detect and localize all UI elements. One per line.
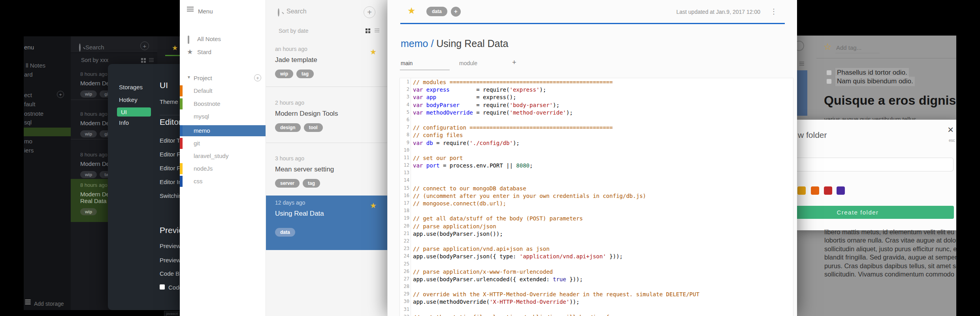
list-view-icon[interactable] bbox=[375, 28, 379, 33]
color-swatch[interactable] bbox=[837, 186, 845, 195]
sidebar-item-all-notes[interactable]: All Notes bbox=[197, 36, 221, 42]
folder-item-nodejs[interactable]: nodeJs bbox=[180, 163, 266, 174]
code-token: // config files bbox=[413, 132, 463, 138]
checkbox[interactable] bbox=[160, 284, 165, 290]
sort-control[interactable]: Sort by xxx bbox=[81, 57, 108, 63]
settings-nav-item-storages[interactable]: Storages bbox=[119, 84, 143, 90]
code-line: 27app.use(bodyParser.urlencoded({ extend… bbox=[400, 275, 793, 283]
code-line: 24app.use(bodyParser.json({ type: 'appli… bbox=[400, 252, 793, 260]
note-star-button[interactable]: ★ bbox=[407, 6, 416, 16]
code-line: 15// connect to our mongoDB database bbox=[400, 184, 793, 192]
code-token: port bbox=[426, 162, 440, 169]
paragraph-line: sollicitudin aliquet, justo purus effici… bbox=[824, 245, 956, 253]
breadcrumb-folder[interactable]: memo bbox=[401, 38, 428, 49]
folder-item[interactable]: mo bbox=[24, 137, 71, 146]
code-token: app bbox=[426, 94, 436, 100]
line-number: 19 bbox=[400, 214, 409, 222]
code-line: 7// configuration ======================… bbox=[400, 124, 793, 131]
list-view-icon[interactable] bbox=[149, 58, 154, 63]
tab-module[interactable]: module bbox=[459, 60, 477, 66]
code-text: // config files bbox=[411, 132, 463, 138]
star-icon[interactable]: ★ bbox=[370, 201, 377, 210]
code-token: 'application/vnd.api+json' bbox=[520, 253, 606, 260]
folder-item-laravel_study[interactable]: laravel_study bbox=[180, 150, 266, 162]
code-line: 13 bbox=[400, 169, 793, 177]
hamburger-icon[interactable] bbox=[187, 7, 194, 13]
new-tab-button[interactable]: + bbox=[512, 58, 516, 67]
folder-item-css[interactable]: css bbox=[180, 176, 266, 187]
line-number: 6 bbox=[400, 116, 409, 124]
close-icon[interactable]: × bbox=[948, 124, 954, 136]
grid-view-icon[interactable] bbox=[366, 28, 370, 33]
folder-item-mysql[interactable]: mysql bbox=[180, 111, 266, 122]
settings-nav-item-info[interactable]: Info bbox=[119, 119, 129, 126]
color-swatch[interactable] bbox=[797, 186, 806, 195]
sidebar-section-project[interactable]: Project bbox=[194, 75, 212, 81]
settings-nav-item-hotkey[interactable]: Hotkey bbox=[119, 96, 138, 103]
folder-item[interactable]: sql bbox=[24, 118, 71, 127]
line-number: 10 bbox=[400, 147, 409, 154]
note-card[interactable]: 2 hours agoModern Design Toolsdesigntool bbox=[266, 96, 388, 143]
grid-view-icon[interactable] bbox=[141, 58, 146, 63]
code-text: // get all data/stuff of the body (POST)… bbox=[411, 215, 583, 222]
add-folder-button[interactable]: + bbox=[254, 74, 261, 81]
color-swatch[interactable] bbox=[824, 186, 832, 195]
code-token: app.use(bodyParser.json({ type: bbox=[413, 253, 520, 260]
folder-item[interactable] bbox=[24, 128, 71, 136]
folder-color-bar bbox=[180, 85, 183, 96]
note-card[interactable]: an hours ago★Jade templatewiptag bbox=[266, 42, 388, 87]
add-folder-button[interactable]: + bbox=[57, 91, 64, 98]
tag-row: designtool bbox=[275, 123, 388, 132]
code-token: // parse application/json bbox=[413, 223, 496, 229]
menu-label[interactable]: Menu bbox=[198, 8, 213, 15]
folder-item[interactable]: fault bbox=[24, 100, 71, 109]
note-title-breadcrumb: memo / Using Real Data bbox=[401, 38, 508, 49]
note-time: 2 hours ago bbox=[275, 100, 388, 106]
code-text: // override with the X-HTTP-Method-Overr… bbox=[411, 291, 699, 297]
folder-item-git[interactable]: git bbox=[180, 138, 266, 149]
line-number: 28 bbox=[400, 283, 409, 290]
create-folder-button[interactable]: Create folder bbox=[797, 206, 954, 219]
add-note-button[interactable]: + bbox=[140, 41, 149, 50]
tab-main[interactable]: main bbox=[401, 60, 413, 66]
search-input[interactable]: Search bbox=[85, 44, 104, 51]
note-card[interactable]: 3 hours agoMean server settingservertag bbox=[266, 151, 388, 196]
line-number: 15 bbox=[400, 184, 409, 192]
note-time: 3 hours ago bbox=[275, 155, 388, 162]
code-text: var app = express(); bbox=[411, 94, 516, 100]
folder-item[interactable]: ostnote bbox=[24, 109, 71, 118]
code-token: ); bbox=[566, 109, 573, 116]
sidebar-item-starred[interactable]: Stard bbox=[197, 49, 211, 55]
folder-item-boostnote[interactable]: Boostnote bbox=[180, 98, 266, 109]
line-number: 11 bbox=[400, 154, 409, 162]
menu-label[interactable]: enu bbox=[24, 44, 34, 51]
color-swatch[interactable] bbox=[811, 186, 819, 195]
star-icon[interactable]: ★ bbox=[172, 44, 178, 52]
add-tag-button[interactable]: + bbox=[451, 7, 461, 17]
folder-name-input[interactable] bbox=[797, 158, 954, 171]
sidebar-section-project[interactable]: ect bbox=[24, 92, 32, 98]
collapse-arrow-icon[interactable]: ▼ bbox=[187, 75, 191, 79]
folder-item[interactable]: iers bbox=[24, 146, 71, 155]
more-options-icon[interactable]: ⋮ bbox=[770, 7, 777, 16]
folder-item-default[interactable]: Default bbox=[180, 85, 266, 96]
setting-item-theme[interactable]: Theme bbox=[160, 98, 178, 105]
modal-title: w folder bbox=[798, 130, 827, 140]
sort-control[interactable]: Sort by date bbox=[279, 28, 309, 34]
folder-label: mysql bbox=[194, 113, 209, 120]
settings-nav-item-ui[interactable]: UI bbox=[117, 107, 151, 117]
updated-label: Last updated at Jan.9, 2017 12:00 bbox=[676, 9, 760, 15]
sidebar-item-starred[interactable]: ard bbox=[24, 71, 33, 78]
note-card[interactable]: 12 days ago★Using Real Datadata bbox=[266, 196, 388, 250]
line-number: 17 bbox=[400, 199, 409, 207]
star-icon[interactable]: ★ bbox=[370, 47, 377, 56]
sidebar-item-all-notes[interactable]: ll Notes bbox=[26, 62, 45, 69]
folder-item-memo[interactable]: memo bbox=[180, 125, 266, 136]
code-token: 'X-HTTP-Method-Override' bbox=[490, 299, 569, 305]
search-input[interactable]: Search bbox=[286, 8, 307, 15]
code-editor[interactable]: 1// modules ============================… bbox=[400, 78, 793, 316]
code-line: 10 bbox=[400, 147, 793, 154]
esc-hint: esc bbox=[949, 138, 955, 143]
add-storage-button[interactable]: Add storage bbox=[34, 301, 64, 307]
add-note-button[interactable]: + bbox=[364, 6, 375, 18]
